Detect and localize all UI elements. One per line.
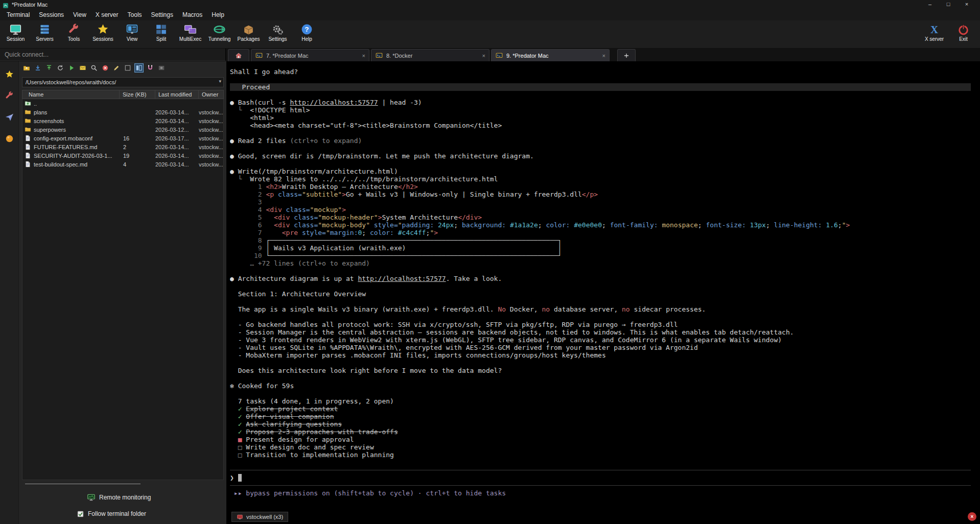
menu-item-tools[interactable]: Tools <box>123 9 147 20</box>
close-terminal-button[interactable]: × <box>968 512 976 521</box>
stop-icon[interactable] <box>101 63 110 73</box>
file-icon <box>25 144 31 150</box>
sessions-star-icon[interactable] <box>5 69 14 79</box>
file-owner-cell: vstockw... <box>199 144 223 150</box>
minimize-button[interactable]: – <box>921 0 939 9</box>
quick-connect-input[interactable]: Quick connect... <box>0 49 226 61</box>
main-toolbar: SessionServersToolsSessionsViewSplitMult… <box>0 20 980 49</box>
terminal-text: Ask clarifying questions <box>246 420 342 428</box>
toolbar-item-split[interactable]: Split <box>147 21 176 47</box>
tab-close-icon[interactable]: × <box>362 53 365 59</box>
magnet-icon[interactable] <box>146 63 155 73</box>
new-tab-button[interactable] <box>617 49 636 61</box>
hidden-files-icon[interactable] <box>123 63 132 73</box>
terminal-text: <div <box>274 213 294 221</box>
column-header-size-kb[interactable]: Size (KB) <box>120 90 155 99</box>
file-row[interactable]: plans2026-03-14...vstockw... <box>22 108 223 116</box>
view-icon <box>126 23 138 36</box>
checkbox-checked-icon <box>77 511 84 517</box>
search-icon[interactable] <box>89 63 99 73</box>
follow-folder-icon[interactable] <box>134 63 144 73</box>
file-row[interactable]: FUTURE-FEATURES.md22026-03-14...vstockw.… <box>22 142 223 151</box>
terminal[interactable]: Shall I go ahead? Proceed● Bash(curl -s … <box>226 61 980 524</box>
tab-close-icon[interactable]: × <box>482 53 485 59</box>
file-row[interactable]: test-buildout-spec.md42026-03-14...vstoc… <box>22 160 223 169</box>
menu-item-help[interactable]: Help <box>207 9 229 20</box>
toolbar-item-settings[interactable]: Settings <box>263 21 292 47</box>
close-button[interactable]: × <box>958 0 976 9</box>
maximize-button[interactable]: □ <box>939 0 958 9</box>
menu-item-sessions[interactable]: Sessions <box>34 9 68 20</box>
menu-item-settings[interactable]: Settings <box>147 9 178 20</box>
tab-7-predator-mac[interactable]: 7. *Predator Mac× <box>251 49 369 61</box>
file-owner-cell: vstockw... <box>199 135 223 141</box>
follow-terminal-folder-checkbox[interactable]: Follow terminal folder <box>77 510 146 517</box>
snapshot-icon[interactable] <box>157 63 166 73</box>
terminal-text: ▸▸ bypass permissions on (shift+tab to c… <box>230 489 506 497</box>
sync-icon[interactable] <box>56 63 65 73</box>
edit-icon[interactable] <box>112 63 121 73</box>
svg-text:?: ? <box>305 26 309 33</box>
terminal-line: - Vue 3 frontend renders in WebView2 wit… <box>230 336 980 344</box>
terminal-text: - Vue 3 frontend renders in WebView2 wit… <box>230 336 782 344</box>
terminal-text: no <box>542 305 550 313</box>
tab-9-predator-mac[interactable]: 9. *Predator Mac× <box>491 49 610 61</box>
menu-item-terminal[interactable]: Terminal <box>2 9 34 20</box>
menu-item-macros[interactable]: Macros <box>178 9 207 20</box>
terminal-line <box>230 129 980 137</box>
session-user-tab[interactable]: vstockwell (x3) <box>231 512 288 522</box>
file-row[interactable]: .. <box>22 99 223 108</box>
path-dropdown-icon[interactable]: ▾ <box>219 79 221 84</box>
column-header-name[interactable]: Name <box>22 90 120 99</box>
upload-icon[interactable] <box>44 63 54 73</box>
toolbar-item-servers[interactable]: Servers <box>30 21 59 47</box>
file-row[interactable]: SECURITY-AUDIT-2026-03-1...192026-03-14.… <box>22 151 223 160</box>
folder-path-input[interactable]: /Users/vstockwell/repos/wraith/docs/ <box>22 77 224 87</box>
file-row[interactable]: superpowers2026-03-12...vstockw... <box>22 125 223 134</box>
column-header-owner[interactable]: Owner <box>199 90 223 99</box>
toolbar-item-label: View <box>118 36 147 42</box>
terminal-line <box>230 76 980 83</box>
terminal-text: □ <box>230 451 246 459</box>
toolbar-item-packages[interactable]: Packages <box>234 21 263 47</box>
terminal-text: #1a1a2e <box>506 221 538 229</box>
tools-strip-icon[interactable] <box>5 91 14 101</box>
toolbar-item-view[interactable]: View <box>118 21 147 47</box>
column-header-last-modified[interactable]: Last modified <box>155 90 199 99</box>
toolbar-item-tunneling[interactable]: Tunneling <box>205 21 234 47</box>
terminal-line: └ <!DOCTYPE html> <box>230 106 980 114</box>
terminal-link[interactable]: http://localhost:57577 <box>358 275 446 282</box>
tab-close-icon[interactable]: × <box>602 53 605 59</box>
games-icon[interactable] <box>5 134 14 144</box>
settings-icon <box>271 23 284 36</box>
tab-8-docker[interactable]: 8. *Docker× <box>371 49 489 61</box>
toolbar-item-sessions[interactable]: Sessions <box>88 21 118 47</box>
mail-icon[interactable] <box>78 63 87 73</box>
tab-home[interactable] <box>228 49 249 61</box>
menu-item-view[interactable]: View <box>68 9 91 20</box>
toolbar-item-session[interactable]: Session <box>1 21 30 47</box>
toolbar-item-multiexec[interactable]: MultiExec <box>176 21 205 47</box>
go-up-folder-icon[interactable] <box>22 63 31 73</box>
download-icon[interactable] <box>33 63 42 73</box>
toolbar-item-help[interactable]: ?Help <box>292 21 321 47</box>
file-row[interactable]: screenshots2026-03-14...vstockw... <box>22 116 223 125</box>
window-title: *Predator Mac <box>12 2 48 8</box>
menu-item-x-server[interactable]: X server <box>91 9 123 20</box>
terminal-text: > <box>846 221 850 229</box>
toolbar-item-tools[interactable]: Tools <box>59 21 88 47</box>
remote-monitoring-button[interactable]: Remote monitoring <box>87 493 151 502</box>
macros-icon[interactable] <box>5 112 14 122</box>
terminal-text: - Session Manager is the central abstrac… <box>230 328 794 336</box>
file-row[interactable]: config-export.mobaconf162026-03-17...vst… <box>22 134 223 142</box>
terminal-text: <p <box>266 190 277 198</box>
terminal-text: ; <box>838 221 842 229</box>
terminal-link[interactable]: http://localhost:57577 <box>290 99 378 106</box>
file-modified-cell: 2026-03-14... <box>155 118 199 124</box>
toolbar-item-x-server[interactable]: XX server <box>920 21 949 47</box>
terminal-text: class= <box>286 206 310 213</box>
refresh-icon[interactable] <box>67 63 76 73</box>
terminal-text: <html> <box>230 114 274 122</box>
toolbar-item-exit[interactable]: Exit <box>949 21 978 47</box>
terminal-text: 7 <box>230 229 266 236</box>
